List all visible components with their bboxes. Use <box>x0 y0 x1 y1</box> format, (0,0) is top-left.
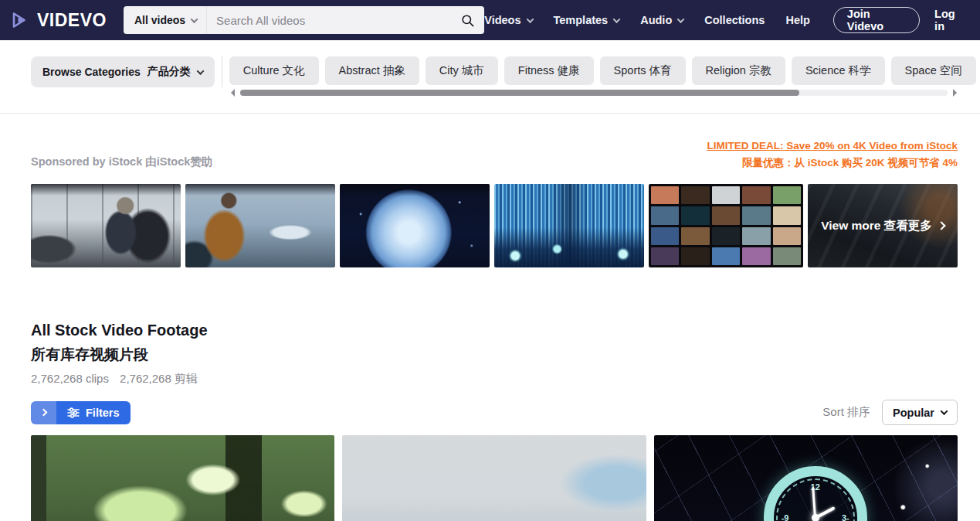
clip-count-zh: 2,762,268 剪辑 <box>120 372 198 385</box>
caption-overlay <box>185 184 335 196</box>
sponsored-label: Sponsored by iStock 由iStock赞助 <box>31 155 212 169</box>
category-chip-list: Culture 文化 Abstract 抽象 City 城市 Fitness 健… <box>229 56 980 85</box>
scroll-right-arrow-icon[interactable] <box>953 89 957 97</box>
carousel-item-video-call-collage[interactable] <box>649 184 803 267</box>
chevron-down-icon <box>191 15 198 23</box>
divider <box>222 56 222 87</box>
search-button[interactable] <box>451 6 484 34</box>
clock-face: 12 -9 3- <box>764 466 867 521</box>
chip-abstract[interactable]: Abstract 抽象 <box>325 56 419 85</box>
sort-label: Sort 排序 <box>822 405 870 420</box>
istock-deal-link-en[interactable]: LIMITED DEAL: Save 20% on 4K Video from … <box>707 140 958 152</box>
page-title-en: All Stock Video Footage <box>31 322 958 339</box>
nav-item-help[interactable]: Help <box>785 14 809 26</box>
nav-item-videos[interactable]: Videos <box>484 14 532 26</box>
clock-hub <box>812 514 819 521</box>
play-triangle-icon <box>11 11 32 29</box>
sponsored-section: Sponsored by iStock 由iStock赞助 LIMITED DE… <box>0 114 980 170</box>
chevron-right-icon <box>937 221 945 230</box>
video-thumb-green-forest-bokeh[interactable] <box>31 435 334 521</box>
video-thumb-coastal-sky-timelapse[interactable] <box>342 435 646 521</box>
chevron-down-icon <box>196 67 204 75</box>
join-videvo-button[interactable]: Join Videvo <box>833 7 920 33</box>
results-toolbar: Filters Sort 排序 Popular <box>31 400 958 425</box>
carousel-item-data-streams[interactable] <box>494 184 644 267</box>
search-scope-value: All videos <box>134 14 185 26</box>
categories-bar: Browse Categories 产品分类 Culture 文化 Abstra… <box>0 40 980 97</box>
chip-science[interactable]: Science 科学 <box>792 56 885 85</box>
view-more-label: View more 查看更多 <box>821 218 944 234</box>
nav-label: Templates <box>554 14 609 26</box>
chevron-down-icon <box>613 15 621 23</box>
nav-label: Videos <box>484 14 521 26</box>
filters-label: Filters <box>86 407 120 419</box>
chevron-right-icon <box>40 409 48 417</box>
scrollbar-thumb[interactable] <box>240 90 799 96</box>
chevron-down-icon <box>526 15 534 23</box>
sort-group: Sort 排序 Popular <box>822 400 958 425</box>
clip-count-en: 2,762,268 clips <box>31 372 109 385</box>
results-header: All Stock Video Footage 所有库存视频片段 2,762,2… <box>0 322 980 425</box>
caption-overlay <box>340 184 490 196</box>
carousel-view-more-tile[interactable]: View more 查看更多 <box>808 184 958 267</box>
videvo-logo[interactable]: VIDEVO <box>11 10 107 31</box>
sort-dropdown[interactable]: Popular <box>882 400 958 425</box>
browse-categories-button[interactable]: Browse Categories 产品分类 <box>31 56 215 87</box>
carousel-item-businessman-tablet[interactable] <box>31 184 181 267</box>
clip-count: 2,762,268 clips 2,762,268 剪辑 <box>31 372 958 386</box>
chip-culture[interactable]: Culture 文化 <box>229 56 319 85</box>
clock-numeral: 3- <box>842 513 849 521</box>
nav-label: Audio <box>640 14 672 26</box>
chip-space[interactable]: Space 空间 <box>891 56 976 85</box>
clock-numeral: -9 <box>782 513 789 521</box>
nav-item-templates[interactable]: Templates <box>554 14 620 26</box>
video-thumb-digital-clock-network[interactable]: 12 -9 3- <box>654 435 958 521</box>
scroll-left-arrow-icon[interactable] <box>231 89 235 97</box>
filters-button[interactable]: Filters <box>31 401 131 424</box>
scrollbar-track[interactable] <box>240 90 948 96</box>
search-scope-dropdown[interactable]: All videos <box>124 6 207 34</box>
chevron-down-icon <box>677 15 685 23</box>
video-results-grid: 12 -9 3- <box>0 435 980 521</box>
sort-value: Popular <box>893 407 934 419</box>
browse-label-zh: 产品分类 <box>148 65 191 79</box>
filters-main-button[interactable]: Filters <box>56 401 131 424</box>
istock-promo: LIMITED DEAL: Save 20% on 4K Video from … <box>707 140 958 170</box>
chip-sports[interactable]: Sports 体育 <box>600 56 686 85</box>
search-bar: All videos <box>124 6 484 34</box>
carousel-item-man-laptop[interactable] <box>185 184 335 267</box>
browse-label-en: Browse Categories <box>42 66 141 78</box>
nav-label: Collections <box>704 14 765 26</box>
chip-fitness[interactable]: Fitness 健康 <box>504 56 594 85</box>
logo-text: VIDEVO <box>37 10 107 31</box>
main-nav: Videos Templates Audio Collections Help <box>484 14 810 26</box>
login-link[interactable]: Log in <box>934 8 966 32</box>
chevron-down-icon <box>941 407 948 415</box>
carousel-item-digital-globe[interactable] <box>340 184 490 267</box>
top-navbar: VIDEVO All videos Videos Templates Au <box>0 0 980 40</box>
nav-item-audio[interactable]: Audio <box>640 14 683 26</box>
nav-label: Help <box>785 14 809 26</box>
istock-deal-link-zh[interactable]: 限量优惠：从 iStock 购买 20K 视频可节省 4% <box>707 156 958 170</box>
filters-expand-toggle[interactable] <box>31 401 56 424</box>
sponsored-carousel: View more 查看更多 <box>0 184 980 267</box>
category-chips-zone: Culture 文化 Abstract 抽象 City 城市 Fitness 健… <box>229 56 980 97</box>
sliders-icon <box>67 407 80 418</box>
view-more-text: View more 查看更多 <box>821 218 932 234</box>
nav-item-collections[interactable]: Collections <box>704 14 765 26</box>
search-icon <box>460 13 475 28</box>
chips-scrollbar <box>231 89 957 97</box>
chip-city[interactable]: City 城市 <box>426 56 498 85</box>
page-title-zh: 所有库存视频片段 <box>31 345 958 365</box>
search-input[interactable] <box>207 14 451 27</box>
caption-overlay <box>31 184 181 196</box>
chip-religion[interactable]: Religion 宗教 <box>692 56 785 85</box>
